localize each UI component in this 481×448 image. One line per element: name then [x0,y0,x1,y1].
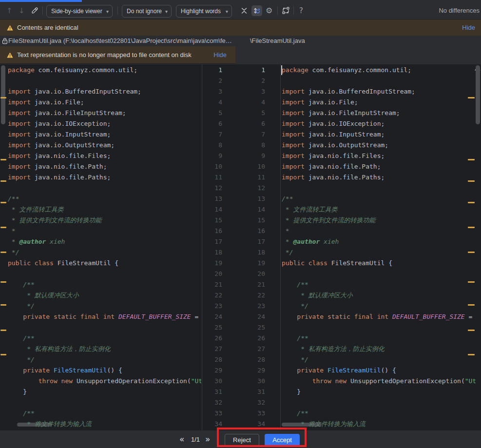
swap-sides-button[interactable] [282,2,290,19]
code-line: */ [282,354,481,365]
question-mark-icon: ? [299,6,303,15]
hide-mapping-banner-link[interactable]: Hide [213,51,227,58]
previous-change-button[interactable]: « [179,430,184,448]
line-number: 31 [202,387,222,397]
warning-stripe-mark[interactable] [0,97,6,98]
warning-stripe-mark[interactable] [0,252,6,253]
line-number: 28 [202,354,222,365]
code-line: private static final int DEFAULT_BUFFER_… [282,312,481,322]
warning-stripe-mark[interactable] [0,180,6,182]
viewer-mode-dropdown[interactable]: Side-by-side viewer ▾ [46,5,113,18]
line-number: 22 [231,290,265,301]
code-line: import java.io.OutputStream; [282,140,481,151]
code-line [282,397,481,408]
warning-stripe-mark[interactable] [468,227,475,228]
right-vertical-scrollbar[interactable] [476,65,480,124]
line-number: 6 [202,118,222,129]
edit-file-button[interactable] [31,2,39,19]
line-number: 9 [231,151,265,161]
code-line: import java.io.InputStream; [282,129,481,140]
warning-icon [7,25,13,31]
line-number: 12 [231,183,265,194]
right-file-title: \FileStreamUtil.java [250,36,305,46]
line-number: 23 [231,301,265,312]
code-line: public class FileStreamUtil { [8,258,201,269]
line-number: 17 [231,236,265,247]
line-number: 33 [231,408,265,419]
warning-stripe-mark[interactable] [468,281,475,283]
code-line: import java.io.BufferedInputStream; [282,86,481,97]
line-number: 3 [231,86,265,97]
code-line [282,269,481,279]
synchronize-scrolling-toggle[interactable] [251,5,262,16]
warning-stripe-mark[interactable] [0,159,6,160]
warning-stripe-mark[interactable] [468,354,475,355]
collapse-unchanged-button[interactable] [240,2,248,19]
code-line: /** [8,194,201,204]
line-number: 5 [231,108,265,118]
warning-stripe-mark[interactable] [468,97,475,98]
code-line [8,322,201,333]
code-line [8,183,201,194]
hide-identical-banner-link[interactable]: Hide [462,24,475,31]
diff-settings-button[interactable]: ⚙ [266,2,272,19]
warning-stripe-mark[interactable] [468,330,475,331]
warning-stripe-mark[interactable] [0,304,6,306]
code-line: import java.io.InputStream; [8,129,201,140]
reject-button[interactable]: Reject [225,434,259,446]
line-number: 31 [231,387,265,397]
toolbar-separator [293,6,294,15]
next-change-button[interactable]: » [205,430,210,448]
line-number: 12 [202,183,222,194]
warning-stripe-mark[interactable] [0,202,6,203]
accept-button[interactable]: Accept [265,434,300,446]
right-gutter-border [280,64,281,430]
warning-stripe-mark[interactable] [468,202,475,203]
warning-stripe-mark[interactable] [468,159,475,160]
warning-stripe-mark[interactable] [0,281,6,283]
right-editor-pane[interactable]: package com.feisuanyz.common.util; impor… [281,65,481,430]
warning-icon [7,52,13,58]
chevron-down-icon: ▾ [226,9,228,14]
warning-stripe-mark[interactable] [468,180,475,182]
code-line: package com.feisuanyz.common.util; [8,65,201,76]
code-line: /** [282,333,481,344]
code-line: * 提供文件到文件流的转换功能 [282,215,481,226]
line-number: 25 [231,322,265,333]
highlight-mode-dropdown[interactable]: Highlight words ▾ [176,5,232,18]
code-line: throw new UnsupportedOperationException(… [8,376,201,387]
line-number: 18 [202,247,222,258]
diff-status-text: No differences [439,2,480,19]
left-editor-pane[interactable]: package com.feisuanyz.common.util; impor… [0,65,201,430]
previous-difference-button[interactable]: ↑ [6,2,13,19]
left-vertical-scrollbar[interactable] [1,65,5,124]
code-line: * 文件流转工具类 [282,204,481,215]
line-number: 24 [202,312,222,322]
warning-stripe-mark[interactable] [468,252,475,253]
identical-banner-text: Contents are identical [17,24,462,31]
double-chevron-right-icon: » [205,434,210,444]
mapping-banner-row: Text representation is no longer mapped … [0,46,481,64]
line-number: 33 [202,408,222,419]
whitespace-policy-dropdown[interactable]: Do not ignore ▾ [122,5,172,18]
code-line: import java.io.IOException; [8,118,201,129]
next-difference-button[interactable]: ↓ [19,2,25,19]
code-line: * 将文件转换为输入流 [8,419,201,429]
warning-stripe-mark[interactable] [0,354,6,355]
code-line: /** [8,279,201,290]
line-number: 7 [231,129,265,140]
help-button[interactable]: ? [299,2,303,19]
code-line: import java.nio.file.Files; [282,151,481,161]
warning-stripe-mark[interactable] [0,330,6,331]
collapse-icon [240,7,248,15]
code-line: private static final int DEFAULT_BUFFER_… [8,312,201,322]
chevron-down-icon: ▾ [165,9,168,14]
chevron-down-icon: ▾ [106,9,109,14]
code-line: import java.io.FileInputStream; [282,108,481,118]
warning-stripe-mark[interactable] [468,304,475,306]
warning-stripe-mark[interactable] [0,227,6,228]
code-line: import java.io.OutputStream; [8,140,201,151]
line-number: 7 [202,129,222,140]
line-number: 15 [202,215,222,226]
line-number: 26 [202,333,222,344]
